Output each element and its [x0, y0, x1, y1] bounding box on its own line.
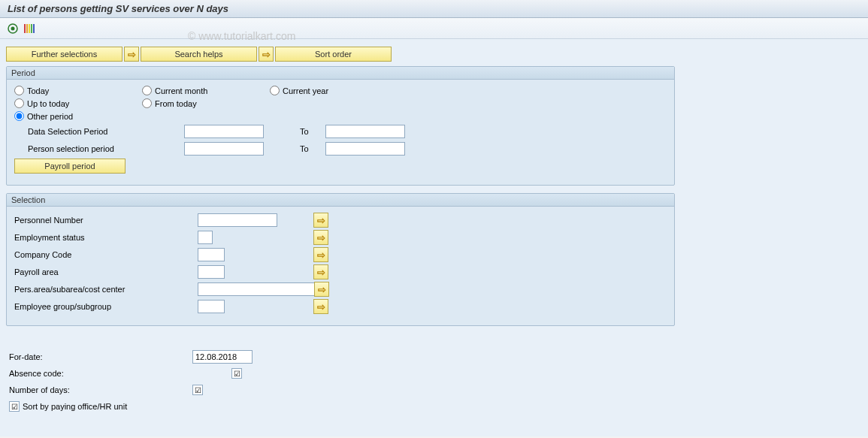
button-row: Further selections ⇨ Search helps ⇨ Sort… [6, 47, 862, 62]
company-code-input[interactable] [198, 248, 225, 261]
radio-label: Up to today [27, 99, 69, 108]
selection-group: Selection Personnel Number ⇨ Employment … [6, 193, 675, 326]
sort-order-button[interactable]: Sort order [275, 47, 392, 62]
arrow-icon[interactable]: ⇨ [124, 47, 139, 62]
absence-code-checkbox[interactable]: ☑ [231, 368, 242, 379]
radio-label: Current year [283, 86, 328, 95]
radio-label: From today [155, 99, 197, 108]
for-date-label: For-date: [9, 352, 192, 361]
multi-select-icon[interactable]: ⇨ [313, 247, 328, 262]
period-group-title: Period [7, 67, 674, 80]
period-group: Period Today Current month Current year … [6, 66, 675, 186]
multi-select-icon[interactable]: ⇨ [314, 282, 329, 297]
pers-area-input[interactable] [198, 282, 315, 296]
company-code-label: Company Code [14, 250, 198, 259]
content-area: Further selections ⇨ Search helps ⇨ Sort… [0, 39, 868, 436]
sort-by-checkbox[interactable]: ☑ [9, 401, 20, 412]
number-of-days-checkbox[interactable]: ☑ [192, 385, 203, 395]
absence-code-label: Absence code: [9, 369, 192, 378]
data-selection-to-input[interactable] [325, 125, 405, 138]
employee-group-input[interactable] [198, 300, 225, 313]
employment-status-label: Employment status [14, 233, 198, 242]
data-selection-period-label: Data Selection Period [14, 127, 184, 136]
multi-select-icon[interactable]: ⇨ [313, 230, 328, 245]
for-date-input[interactable] [192, 350, 253, 364]
svg-point-1 [11, 26, 15, 30]
radio-current-month[interactable]: Current month [142, 86, 270, 95]
multi-select-icon[interactable]: ⇨ [313, 264, 328, 279]
radio-label: Other period [27, 112, 73, 121]
pers-area-label: Pers.area/subarea/cost center [14, 285, 198, 294]
sort-by-label: Sort by paying office/HR unit [23, 402, 127, 411]
variant-icon[interactable] [23, 22, 36, 35]
personnel-number-input[interactable] [198, 213, 277, 227]
personnel-number-label: Personnel Number [14, 216, 198, 225]
radio-other-period[interactable]: Other period [14, 111, 142, 121]
bottom-fields: For-date: Absence code: ☑ Number of days… [6, 349, 862, 412]
page-title: List of persons getting SV services over… [0, 0, 868, 18]
person-selection-period-label: Person selection period [14, 144, 184, 153]
execute-icon[interactable] [6, 22, 20, 35]
selection-group-title: Selection [7, 194, 674, 207]
radio-today[interactable]: Today [14, 86, 142, 95]
radio-label: Today [27, 86, 49, 95]
to-label: To [300, 127, 318, 136]
to-label: To [300, 144, 318, 153]
radio-up-to-today[interactable]: Up to today [14, 98, 142, 108]
radio-from-today[interactable]: From today [142, 98, 270, 108]
payroll-area-input[interactable] [198, 265, 225, 279]
further-selections-button[interactable]: Further selections [6, 47, 122, 62]
search-helps-button[interactable]: Search helps [141, 47, 257, 62]
multi-select-icon[interactable]: ⇨ [313, 213, 328, 228]
number-of-days-label: Number of days: [9, 385, 192, 394]
radio-current-year[interactable]: Current year [270, 86, 398, 95]
person-selection-from-input[interactable] [184, 142, 264, 156]
app-toolbar [0, 18, 868, 39]
person-selection-to-input[interactable] [325, 142, 405, 156]
data-selection-from-input[interactable] [184, 125, 264, 138]
employee-group-label: Employee group/subgroup [14, 302, 198, 311]
payroll-period-button[interactable]: Payroll period [14, 159, 126, 174]
arrow-icon[interactable]: ⇨ [259, 47, 274, 62]
payroll-area-label: Payroll area [14, 267, 198, 276]
employment-status-input[interactable] [198, 231, 213, 244]
multi-select-icon[interactable]: ⇨ [313, 299, 328, 314]
radio-label: Current month [155, 86, 207, 95]
